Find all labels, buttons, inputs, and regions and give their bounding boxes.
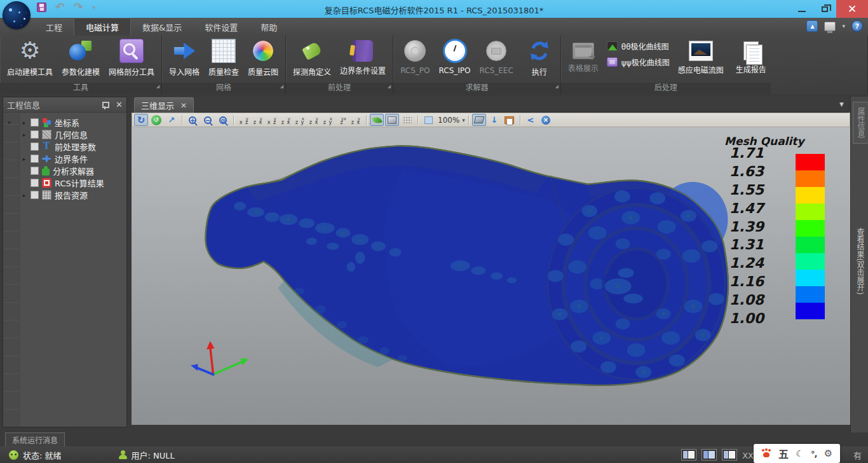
close-icon: ✕ [848,4,857,13]
checkbox[interactable] [31,155,39,163]
zoom-window-button[interactable]: ⊙ [216,114,230,126]
tree-item-boundary[interactable]: ▸ 边界条件 [20,153,125,165]
zoom-out-button[interactable]: − [201,114,215,126]
generate-report-button[interactable]: 生成报告 [731,37,771,81]
viewport-3d[interactable]: Mesh Quality 1.711.631.551.471.391.311.2… [132,127,850,425]
group-expander-icon[interactable]: ◢ [280,81,283,92]
tree-item-solver[interactable]: 分析求解器 [20,165,125,177]
shaded-mode-button[interactable] [385,114,399,126]
expand-arrow-icon[interactable]: ▸ [21,120,27,126]
parametric-modeling-button[interactable]: 参数化建模 [57,37,104,81]
close-tab-icon[interactable]: ✕ [180,101,187,110]
close-button[interactable]: ✕ [836,0,868,18]
tab-view-results[interactable]: 查看结果(双击展开) [855,228,865,294]
view-orientation-button[interactable]: y x z [237,114,251,126]
tab-properties[interactable]: 属性信息 [853,102,868,144]
tree-item-coordinate[interactable]: ▸ 坐标系 [20,116,125,128]
rcs-ipo-button[interactable]: RCS_IPO [435,37,475,81]
import-mesh-button[interactable]: 导入网格 [165,37,204,81]
clear-button[interactable]: × [539,114,553,126]
minimize-button[interactable] [790,0,813,18]
expand-arrow-icon[interactable]: ▸ [21,156,27,162]
tab-settings[interactable]: 软件设置 [193,18,249,36]
app-logo[interactable] [3,1,31,29]
rcs-po-button[interactable]: RCS_PO [396,37,434,81]
curve-buttons: θθ极化曲线图 ψψ极化曲线图 [603,37,674,67]
expand-arrow-icon[interactable]: ▸ [21,132,27,138]
checkbox[interactable] [31,142,39,151]
probe-angle-button[interactable]: 探测角定义 [288,37,336,81]
view-orientation-button[interactable]: y z x [251,114,265,126]
view-orientation-button[interactable]: y x z [265,114,279,126]
expand-arrow-icon[interactable]: ▸ [21,192,27,198]
ime-paw-icon[interactable] [761,449,771,458]
layout-split-button[interactable] [702,449,717,460]
opacity-button[interactable] [421,114,435,126]
mesh-tool-button[interactable]: 网格剖分工具 [104,37,159,81]
ime-moon-icon[interactable]: ☾ [796,448,804,459]
tab-data-display[interactable]: 数据&显示 [131,18,193,36]
display-options-icon[interactable] [824,22,836,31]
help-icon[interactable]: ? [851,20,863,32]
tab-help[interactable]: 帮助 [249,18,288,36]
restore-button[interactable] [813,0,836,18]
collapse-ribbon-icon[interactable]: ▲ [806,20,818,32]
expand-arrow-icon[interactable]: ▸ [8,118,11,125]
zoom-dropdown-icon[interactable]: ▾ [462,117,465,123]
group-expander-icon[interactable]: ◢ [156,81,159,92]
group-expander-icon[interactable]: ◢ [555,81,558,92]
pin-icon[interactable] [102,101,108,109]
ime-punctuation[interactable]: °, [811,449,817,459]
tab-em-computation[interactable]: 电磁计算 [74,18,131,36]
tab-system-messages[interactable]: 系统运行消息 [5,432,65,446]
ime-mode[interactable]: 五 [778,446,789,461]
theta-curve-button[interactable]: θθ极化曲线图 [607,41,670,52]
zoom-in-button[interactable]: + [186,114,200,126]
share-flow-button[interactable]: < [524,114,538,126]
view-orientation-button[interactable]: y z x [279,114,293,126]
layout-bottom-panel-button[interactable] [722,449,737,460]
psi-curve-icon [607,57,618,67]
tab-project[interactable]: 工程 [34,18,74,36]
view-orientation-button[interactable]: y z x [349,114,363,126]
tab-list-dropdown-icon[interactable]: ▼ [839,101,844,107]
checkbox[interactable] [31,130,39,139]
quality-check-button[interactable]: 质量检查 [204,37,243,81]
wireframe-mode-button[interactable] [400,114,414,126]
view-orientation-button[interactable]: x z y [321,114,335,126]
induced-current-button[interactable]: 感应电磁流图 [674,37,728,81]
tree-item-report-resource[interactable]: ▸ 报告资源 [20,189,125,201]
table-display-button[interactable]: 表格展示 [564,37,603,81]
view-orientation-button[interactable]: y z x [307,114,321,126]
checkbox[interactable] [31,167,39,175]
run-button[interactable]: 执行 [521,37,558,81]
display-dropdown-icon[interactable]: ▾ [842,23,845,29]
rotate-view-button[interactable]: ↻ [134,114,148,126]
boundary-settings-button[interactable]: 边界条件设置 [336,37,390,81]
tree-item-rcs-result[interactable]: RCS计算结果 [20,177,125,189]
render-mode-button[interactable] [370,114,384,126]
rcs-eec-button[interactable]: RCS_EEC [475,37,518,81]
quality-cloud-button[interactable]: 质量云图 [243,37,283,81]
pan-view-button[interactable]: ↗ [165,114,179,126]
launch-modeling-button[interactable]: 启动建模工具 [3,37,57,81]
tree-item-preprocess[interactable]: 前处理参数 [20,141,125,153]
group-expander-icon[interactable]: ◢ [388,81,391,92]
tab-3d-display[interactable]: 三维显示 ✕ [134,97,194,113]
view-orientation-button[interactable]: x z y [293,114,307,126]
view-orientation-button[interactable]: yx z [335,114,349,126]
down-direction-button[interactable]: ↓ [487,114,501,126]
theta-curve-icon [607,41,618,51]
scene-settings-button[interactable] [503,114,517,126]
legend-color-block [796,170,825,187]
close-panel-icon[interactable]: ✕ [116,100,123,109]
checkbox[interactable] [31,191,39,199]
layout-left-panel-button[interactable] [681,449,696,460]
ime-gear-icon[interactable]: ⚙ [824,448,832,459]
orbit-view-button[interactable]: ↺ [149,114,163,126]
psi-curve-button[interactable]: ψψ极化曲线图 [607,57,670,67]
tree-item-geometry[interactable]: ▸ 几何信息 [20,128,125,141]
checkbox[interactable] [31,179,39,187]
checkbox[interactable] [31,118,39,127]
clip-plane-button[interactable] [472,114,486,126]
